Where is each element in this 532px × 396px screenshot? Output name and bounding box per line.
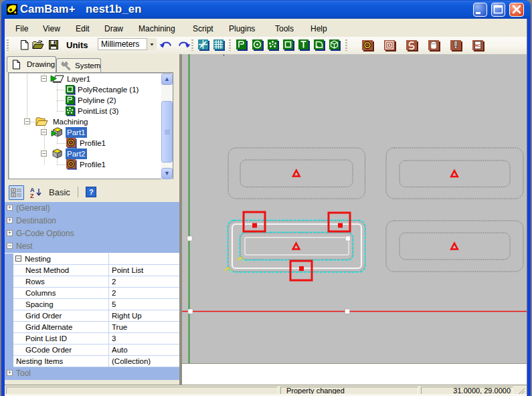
svg-text:NC: NC [475,43,480,47]
svg-text:Z: Z [30,193,34,199]
